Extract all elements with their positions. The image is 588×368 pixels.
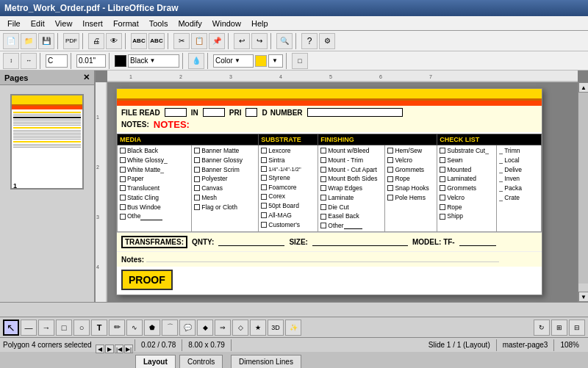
copy-button[interactable]: 📋	[191, 33, 207, 49]
svg-text:1: 1	[129, 74, 132, 79]
checklist-col1: Substrate Cut_ Sewn Mounted Laminated Gr…	[437, 145, 497, 232]
menu-help[interactable]: Help	[247, 18, 273, 29]
grid-tool[interactable]: ⊟	[569, 320, 585, 336]
toolbar2-sep5	[207, 53, 210, 69]
find-button[interactable]: 🔍	[276, 33, 293, 49]
file-read-input[interactable]	[165, 108, 187, 117]
cut-button[interactable]: ✂	[173, 33, 190, 49]
tb2-btn2[interactable]: ↔	[21, 53, 37, 69]
menu-modify[interactable]: Modify	[173, 18, 206, 29]
menu-insert[interactable]: Insert	[78, 18, 107, 29]
notes-red-label: NOTES:	[154, 119, 190, 130]
pri-input[interactable]	[245, 108, 257, 117]
ellipse-tool[interactable]: ○	[74, 320, 90, 336]
tab-scroll-left[interactable]: ◀	[96, 344, 104, 353]
tb2-dropper[interactable]: 💧	[188, 53, 204, 69]
notes-label-bottom: Notes:	[121, 256, 144, 264]
position-input[interactable]	[46, 54, 68, 68]
tb2-btn1[interactable]: ↕	[3, 53, 19, 69]
fill-color-btn[interactable]	[255, 55, 267, 67]
polygon-tool[interactable]: ⬟	[144, 320, 160, 336]
model-input[interactable]	[459, 237, 496, 246]
tab-dimension-lines[interactable]: Dimension Lines	[231, 355, 301, 368]
fill-color-dropdown[interactable]: ▼	[268, 54, 283, 68]
callout-tool[interactable]: 💬	[179, 320, 196, 336]
tab-controls[interactable]: Controls	[179, 355, 223, 368]
spellcheck-button[interactable]: ABC	[131, 33, 147, 49]
canvas-area[interactable]: 1 2 3 4 5 6 7 1 2 3 4	[96, 71, 588, 302]
arrow-tool[interactable]: →	[38, 320, 54, 336]
page-thumb-1[interactable]: 1	[10, 94, 84, 190]
size-section: 8.00 x 0.79	[182, 339, 231, 351]
redo-button[interactable]: ↪	[251, 33, 268, 49]
curve-tool[interactable]: ∿	[126, 320, 143, 336]
number-input[interactable]	[307, 108, 403, 117]
toolbar-sep-6	[270, 33, 273, 49]
select-tool[interactable]: ↖	[3, 320, 19, 336]
tab-scroll-end[interactable]: ▶|	[124, 344, 133, 353]
scroll-up-btn[interactable]: ▲	[578, 82, 588, 93]
model-label: MODEL: TF-	[412, 238, 455, 246]
svg-text:5: 5	[329, 74, 332, 79]
fill-style-dropdown[interactable]: Color ▼	[213, 54, 254, 68]
pages-header: Pages ✕	[0, 71, 94, 85]
scroll-down-btn[interactable]: ▼	[578, 292, 588, 302]
fill-color-arrow: ▼	[272, 57, 278, 64]
snap-tool[interactable]: ⊞	[551, 320, 567, 336]
menu-window[interactable]: Window	[208, 18, 245, 29]
menu-file[interactable]: File	[3, 18, 25, 29]
fill-dropdown-arrow: ▼	[234, 57, 240, 64]
ruler-top: 1 2 3 4 5 6 7	[107, 71, 578, 82]
open-button[interactable]: 📁	[21, 33, 37, 49]
star-tool[interactable]: ★	[250, 320, 266, 336]
blockshapes-tool[interactable]: ⇒	[215, 320, 231, 336]
extra-btn[interactable]: ⚙	[319, 33, 335, 49]
save-button[interactable]: 💾	[38, 33, 54, 49]
menu-edit[interactable]: Edit	[26, 18, 49, 29]
size-input[interactable]	[312, 237, 408, 246]
rotate-tool[interactable]: ↻	[534, 320, 550, 336]
pages-title: Pages	[4, 73, 28, 82]
line-tool[interactable]: —	[21, 320, 37, 336]
line-color-btn[interactable]	[115, 55, 126, 67]
svg-text:3: 3	[96, 214, 99, 220]
svg-text:2: 2	[96, 165, 99, 170]
pages-list: 1	[0, 85, 94, 198]
shadow-btn[interactable]: □	[292, 53, 308, 69]
text-tool[interactable]: T	[91, 320, 107, 336]
rect-tool[interactable]: □	[56, 320, 72, 336]
undo-button[interactable]: ↩	[234, 33, 250, 49]
menu-view[interactable]: View	[51, 18, 77, 29]
vertical-scrollbar[interactable]: ▲ ▼	[578, 82, 588, 302]
color-dropdown[interactable]: Black ▼	[128, 54, 179, 68]
tab-layout[interactable]: Layout	[135, 355, 176, 368]
menu-tools[interactable]: Tools	[145, 18, 173, 29]
pages-close-btn[interactable]: ✕	[83, 73, 90, 82]
tab-scroll-right[interactable]: ▶	[105, 344, 114, 353]
svg-text:2: 2	[179, 74, 182, 79]
toolbar-sep-3	[125, 33, 128, 49]
spellcheck2-button[interactable]: ABC	[148, 33, 165, 49]
export-pdf-button[interactable]: PDF	[63, 33, 79, 49]
effects-tool[interactable]: ✨	[285, 320, 301, 336]
connector-tool[interactable]: ⌒	[162, 320, 178, 336]
master-name: master-page3	[503, 341, 548, 349]
menu-format[interactable]: Format	[109, 18, 143, 29]
basicshapes-tool[interactable]: ◆	[197, 320, 213, 336]
media-col2: Banner Matte Banner Glossy Banner Scrim …	[192, 145, 259, 232]
print-button[interactable]: 🖨	[88, 33, 104, 49]
pencil-tool[interactable]: ✏	[109, 320, 125, 336]
tab-scroll-start[interactable]: |◀	[115, 344, 123, 353]
finishing-col2: Hem/Sew Velcro Grommets Rope Snap Hooks …	[385, 145, 437, 232]
qnty-input[interactable]	[218, 237, 284, 246]
help-btn[interactable]: ?	[301, 33, 318, 49]
toolbar-main: 📄 📁 💾 PDF 🖨 👁 ABC ABC ✂ 📋 📌 ↩ ↪ 🔍 ? ⚙	[0, 31, 588, 51]
3d-tool[interactable]: 3D	[268, 320, 284, 336]
notes-input[interactable]	[146, 253, 499, 262]
flowchart-tool[interactable]: ◇	[232, 320, 248, 336]
in-input[interactable]	[203, 108, 225, 117]
preview-button[interactable]: 👁	[106, 33, 122, 49]
paste-button[interactable]: 📌	[209, 33, 225, 49]
new-button[interactable]: 📄	[3, 33, 19, 49]
line-width-input[interactable]: 0.01"	[76, 54, 106, 68]
